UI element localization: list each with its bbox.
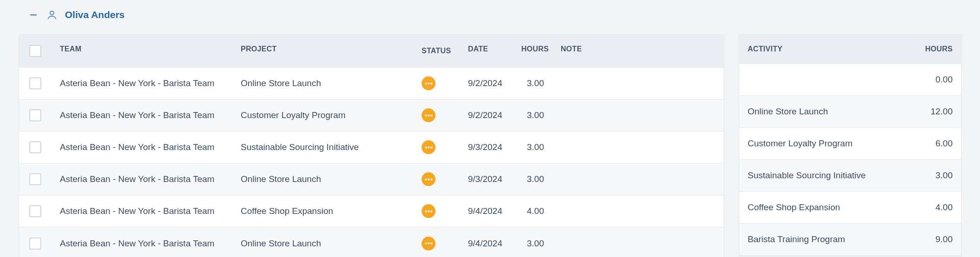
- header-status: Status: [413, 35, 460, 67]
- cell-activity: [739, 71, 905, 88]
- cell-date: 9/2/2024: [460, 70, 513, 97]
- cell-note: [552, 75, 724, 92]
- svg-point-5: [425, 114, 427, 116]
- row-checkbox[interactable]: [29, 77, 41, 89]
- status-pending-icon[interactable]: [422, 140, 436, 154]
- svg-point-13: [430, 178, 432, 180]
- status-pending-icon[interactable]: [422, 76, 436, 90]
- cell-activity: Coffee Shop Expansion: [739, 194, 905, 221]
- svg-point-1: [50, 11, 54, 15]
- cell-project: Coffee Shop Expansion: [232, 198, 413, 225]
- status-pending-icon[interactable]: [422, 108, 436, 122]
- select-all-checkbox[interactable]: [29, 45, 41, 57]
- cell-project: Online Store Launch: [232, 166, 413, 193]
- activity-row: 0.00: [739, 64, 961, 96]
- cell-activity-hours: 0.00: [905, 66, 961, 93]
- person-icon: [46, 9, 58, 20]
- svg-point-9: [428, 146, 429, 148]
- cell-activity: Customer Loyalty Program: [739, 130, 905, 157]
- svg-point-15: [428, 210, 429, 212]
- entries-table-header: Team Project Status Date Hours Note: [19, 35, 724, 68]
- status-pending-icon[interactable]: [422, 237, 436, 251]
- table-row: Asteria Bean - New York - Barista Team S…: [19, 132, 724, 163]
- svg-point-12: [428, 178, 429, 180]
- table-row: Asteria Bean - New York - Barista Team C…: [19, 195, 724, 227]
- cell-team: Asteria Bean - New York - Barista Team: [51, 198, 232, 225]
- cell-activity-hours: 4.00: [905, 194, 961, 221]
- table-row: Asteria Bean - New York - Barista Team O…: [19, 163, 724, 195]
- svg-point-18: [428, 243, 429, 244]
- cell-hours: 3.00: [513, 70, 552, 97]
- cell-note: [552, 203, 724, 219]
- minus-icon: [29, 11, 38, 19]
- cell-date: 9/2/2024: [460, 102, 513, 129]
- cell-hours: 4.00: [513, 198, 552, 225]
- svg-point-10: [430, 146, 432, 148]
- cell-project: Customer Loyalty Program: [232, 102, 413, 129]
- row-checkbox[interactable]: [29, 141, 41, 153]
- cell-activity-hours: 9.00: [905, 226, 961, 253]
- activity-table-header: Activity Hours: [739, 35, 961, 64]
- cell-activity-hours: 12.00: [905, 98, 961, 125]
- status-pending-icon[interactable]: [422, 172, 436, 186]
- activity-row: Barista Training Program 9.00: [739, 224, 961, 256]
- table-row: Asteria Bean - New York - Barista Team O…: [19, 227, 724, 257]
- cell-team: Asteria Bean - New York - Barista Team: [51, 230, 232, 257]
- header-team: Team: [51, 35, 232, 67]
- activity-row: Sustainable Sourcing Initiative 3.00: [739, 160, 961, 192]
- row-checkbox[interactable]: [29, 205, 41, 217]
- header-date: Date: [460, 35, 513, 67]
- cell-note: [552, 107, 724, 124]
- cell-activity-hours: 3.00: [905, 162, 961, 189]
- header-checkbox-cell: [19, 35, 51, 67]
- svg-point-3: [428, 82, 429, 84]
- header-activity-hours: Hours: [905, 35, 961, 63]
- cell-note: [552, 139, 724, 156]
- svg-rect-0: [30, 14, 37, 16]
- svg-point-19: [430, 243, 432, 244]
- cell-date: 9/4/2024: [460, 198, 513, 225]
- cell-team: Asteria Bean - New York - Barista Team: [51, 70, 232, 97]
- svg-point-8: [425, 146, 427, 148]
- cell-team: Asteria Bean - New York - Barista Team: [51, 102, 232, 129]
- svg-point-11: [425, 178, 427, 180]
- row-checkbox[interactable]: [29, 109, 41, 121]
- cell-note: [552, 235, 724, 252]
- cell-hours: 3.00: [513, 134, 552, 161]
- header-activity: Activity: [739, 35, 905, 63]
- svg-point-7: [430, 114, 432, 116]
- cell-note: [552, 171, 724, 188]
- svg-point-16: [430, 210, 432, 212]
- svg-point-14: [425, 210, 427, 212]
- cell-activity: Sustainable Sourcing Initiative: [739, 162, 905, 189]
- cell-activity: Barista Training Program: [739, 226, 905, 253]
- cell-date: 9/3/2024: [460, 134, 513, 161]
- activity-summary-table: Activity Hours 0.00 Online Store Launch …: [739, 34, 961, 257]
- cell-team: Asteria Bean - New York - Barista Team: [51, 134, 232, 161]
- person-name: Oliva Anders: [65, 9, 125, 20]
- header-note: Note: [552, 35, 724, 67]
- group-header: Oliva Anders: [9, 0, 971, 34]
- svg-point-6: [428, 114, 429, 116]
- status-pending-icon[interactable]: [422, 204, 436, 218]
- cell-project: Sustainable Sourcing Initiative: [232, 134, 413, 161]
- svg-point-4: [430, 82, 432, 84]
- cell-date: 9/4/2024: [460, 230, 513, 257]
- cell-project: Online Store Launch: [232, 230, 413, 257]
- cell-activity: Online Store Launch: [739, 98, 905, 125]
- activity-row: Online Store Launch 12.00: [739, 96, 961, 128]
- cell-project: Online Store Launch: [232, 70, 413, 97]
- table-row: Asteria Bean - New York - Barista Team C…: [19, 100, 724, 132]
- collapse-toggle[interactable]: [28, 9, 39, 20]
- activity-row: Coffee Shop Expansion 4.00: [739, 192, 961, 224]
- entries-table: Team Project Status Date Hours Note Aste…: [19, 34, 724, 257]
- svg-point-17: [425, 243, 427, 244]
- header-hours: Hours: [513, 35, 552, 67]
- header-project: Project: [232, 35, 413, 67]
- row-checkbox[interactable]: [29, 173, 41, 185]
- cell-hours: 3.00: [513, 230, 552, 257]
- cell-team: Asteria Bean - New York - Barista Team: [51, 166, 232, 193]
- table-row: Asteria Bean - New York - Barista Team O…: [19, 68, 724, 100]
- cell-hours: 3.00: [513, 166, 552, 193]
- row-checkbox[interactable]: [29, 238, 41, 250]
